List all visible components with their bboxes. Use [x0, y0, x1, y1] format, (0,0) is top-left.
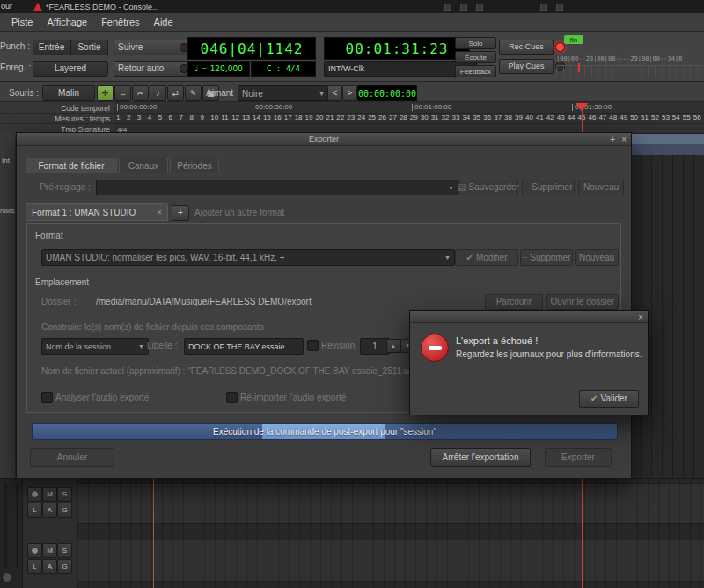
location-section-label: Emplacement: [35, 277, 89, 287]
solo-button[interactable]: S: [57, 543, 72, 558]
tab-timespans[interactable]: Périodes: [170, 158, 219, 173]
monitor-button-2[interactable]: Feedback: [455, 65, 496, 77]
format-edit-button[interactable]: ✔ Modifier: [455, 249, 518, 266]
end-marker[interactable]: fin: [564, 35, 583, 44]
automation-button[interactable]: A: [42, 503, 57, 518]
group-button[interactable]: G: [57, 559, 72, 574]
open-folder-button[interactable]: Ouvrir le dossier: [546, 294, 619, 310]
snap-label: Aimant: [206, 89, 233, 98]
tab-label: Périodes: [177, 161, 211, 171]
close-icon[interactable]: ×: [638, 312, 643, 322]
meter-display[interactable]: C : 4/4: [251, 61, 316, 77]
mute-button[interactable]: M: [42, 543, 57, 558]
record-mode-button[interactable]: Layered: [33, 61, 108, 77]
punch-out-button[interactable]: Sortie: [70, 40, 108, 55]
nudge-forward-button[interactable]: >: [342, 85, 357, 101]
tempo-value: ♩ = 120,000: [194, 64, 243, 73]
format-new-button[interactable]: Nouveau: [575, 249, 619, 266]
smart-mode-button[interactable]: Malin: [42, 85, 95, 101]
mute-button[interactable]: M: [42, 487, 57, 502]
auto-return-button[interactable]: Retour auto: [114, 61, 193, 77]
follow-button[interactable]: Suivre: [114, 40, 193, 55]
format-remove-button[interactable]: − Supprimer: [520, 249, 573, 266]
record-arm-button[interactable]: [27, 543, 42, 558]
track-lanes[interactable]: [77, 479, 704, 588]
cut-tool-icon: ✂: [137, 89, 144, 98]
screen: { "colors": { "lcd_green": "#4cff4c", "r…: [0, 0, 704, 588]
right-track-area[interactable]: [630, 134, 704, 478]
bar-number: 46: [588, 114, 598, 123]
automation-button[interactable]: A: [42, 559, 57, 574]
primary-clock[interactable]: 046|04|1142: [187, 37, 316, 60]
stretch-tool-button[interactable]: ⇄: [167, 85, 184, 101]
revision-checkbox[interactable]: [307, 340, 319, 351]
selected-track-band: [630, 134, 704, 144]
layers-button[interactable]: L: [27, 503, 42, 518]
audition-tool-button[interactable]: ♪: [150, 85, 166, 101]
cancel-button[interactable]: Annuler: [30, 448, 114, 467]
preset-remove-button[interactable]: − Supprimer: [522, 180, 575, 195]
menu-item-0[interactable]: Piste: [11, 17, 33, 27]
mixer-strip[interactable]: [11, 479, 23, 588]
ardour-logo-icon: [33, 3, 42, 11]
mixer-strip[interactable]: [0, 479, 11, 588]
revision-spinbox[interactable]: 1: [360, 338, 390, 355]
punch-in-button[interactable]: Entrée: [33, 40, 70, 55]
menu-item-2[interactable]: Fenêtres: [101, 17, 139, 27]
group-button[interactable]: G: [57, 503, 72, 518]
bar-number: 29: [410, 114, 421, 123]
tempo-display[interactable]: ♩ = 120,000: [187, 61, 250, 77]
window-titlebar[interactable]: our *FEARLESS DEMO - Console...: [0, 0, 704, 13]
solo-label: S: [62, 547, 67, 555]
draw-tool-button[interactable]: ✎: [185, 85, 202, 101]
snap-mode-dropdown[interactable]: Noire ▼: [238, 85, 329, 101]
spin-up-button[interactable]: ▲: [386, 339, 400, 353]
tab-file-format[interactable]: Format de fichier: [26, 158, 117, 173]
tab-channels[interactable]: Canaux: [119, 158, 168, 173]
nudge-back-button[interactable]: <: [327, 85, 342, 101]
bar-number: 53: [662, 114, 672, 123]
menu-item-3[interactable]: Aide: [154, 17, 173, 27]
solo-button[interactable]: S: [57, 487, 72, 502]
bars-ruler[interactable]: 1234567891011121314151617181920212223242…: [116, 114, 704, 123]
format-new-label: Nouveau: [579, 254, 614, 262]
sync-source-button[interactable]: INT/W-Clk: [324, 61, 477, 77]
export-dialog-titlebar[interactable]: Exporter + ×: [17, 133, 631, 146]
preset-save-button[interactable]: ▤ Sauvegarder: [458, 180, 518, 195]
stop-export-button[interactable]: Arrêter l'exportation: [430, 448, 531, 467]
session-name-dropdown[interactable]: Nom de la session ▼: [41, 338, 149, 355]
range-tool-button[interactable]: ↔: [114, 85, 131, 101]
snap-mode-value: Noire: [242, 89, 263, 99]
layers-button[interactable]: L: [27, 559, 42, 574]
format-tab[interactable]: Format 1 : UMAN STUDIO ×: [26, 203, 168, 221]
error-dialog-titlebar[interactable]: ×: [410, 311, 648, 323]
rec-cues-button[interactable]: Rec Cues: [499, 40, 554, 55]
browse-button[interactable]: Parcourir: [485, 294, 543, 310]
screen-edge-text: our: [1, 2, 12, 11]
menu-item-1[interactable]: Affichage: [47, 17, 87, 27]
preset-new-button[interactable]: Nouveau: [578, 180, 624, 195]
add-format-button[interactable]: +: [172, 205, 189, 221]
secondary-clock[interactable]: 00:01:31:23: [324, 37, 470, 60]
play-cues-button[interactable]: Play Cues: [499, 59, 554, 74]
monitor-button-1[interactable]: Écoute: [455, 51, 496, 63]
export-label: Exporter: [561, 453, 595, 462]
folder-path-value: /media/manu/DATA/Musique/FEARLESS DEMO/e…: [96, 298, 312, 306]
label-input[interactable]: DOCK OF THE BAY essaie: [184, 338, 304, 355]
preset-dropdown[interactable]: ▼: [96, 180, 458, 195]
grab-tool-button[interactable]: ✛: [97, 85, 114, 101]
maximize-icon[interactable]: +: [610, 135, 615, 144]
analyze-checkbox[interactable]: [41, 392, 53, 403]
nudge-clock[interactable]: 00:00:00:00: [357, 85, 417, 101]
export-button[interactable]: Exporter: [545, 448, 612, 467]
cut-tool-button[interactable]: ✂: [132, 85, 149, 101]
bar-number: 2: [127, 114, 137, 123]
format-dropdown[interactable]: UMAN STUDIO: normaliser les pics, WAV, 1…: [41, 249, 455, 266]
ok-button[interactable]: ✔ Valider: [579, 390, 639, 408]
close-icon[interactable]: ×: [621, 135, 627, 144]
monitor-button-0[interactable]: Solo: [455, 37, 496, 49]
playhead-marker[interactable]: [576, 103, 588, 111]
record-arm-button[interactable]: [27, 487, 42, 502]
close-tab-icon[interactable]: ×: [157, 208, 162, 217]
reimport-checkbox[interactable]: [226, 392, 238, 403]
